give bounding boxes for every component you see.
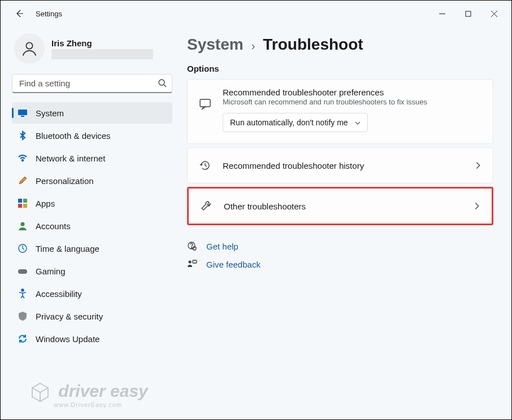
nav-label: Windows Update xyxy=(36,334,99,344)
breadcrumb-sep: › xyxy=(251,40,255,53)
close-button[interactable] xyxy=(481,5,507,23)
minimize-button[interactable] xyxy=(429,5,455,23)
shield-icon xyxy=(18,311,28,321)
svg-rect-8 xyxy=(21,116,24,117)
window-controls xyxy=(429,5,507,23)
update-icon xyxy=(18,334,28,344)
bluetooth-icon xyxy=(18,130,28,141)
titlebar: Settings xyxy=(1,1,511,27)
nav-item-accounts[interactable]: Accounts xyxy=(12,215,172,237)
svg-rect-13 xyxy=(23,204,27,208)
nav-label: Accounts xyxy=(36,221,71,231)
nav-item-accessibility[interactable]: Accessibility xyxy=(12,283,172,304)
feedback-text: Give feedback xyxy=(206,260,261,269)
accessibility-icon xyxy=(18,288,28,299)
window-title: Settings xyxy=(36,10,62,18)
nav-label: Network & internet xyxy=(36,154,105,163)
watermark: driver easy www.DriverEasy.com xyxy=(29,381,148,408)
breadcrumb: System › Troubleshoot xyxy=(187,36,493,54)
search-icon xyxy=(158,78,167,88)
svg-rect-7 xyxy=(18,110,27,115)
nav-label: Bluetooth & devices xyxy=(36,131,111,141)
chevron-down-icon xyxy=(355,120,361,126)
minimize-icon xyxy=(439,11,445,17)
profile-email-redacted xyxy=(51,49,153,59)
nav-item-apps[interactable]: Apps xyxy=(12,193,172,214)
display-icon xyxy=(18,108,28,118)
nav-item-time[interactable]: Time & language xyxy=(12,238,172,259)
nav-label: Privacy & security xyxy=(36,312,103,321)
pref-title: Recommended troubleshooter preferences xyxy=(223,88,483,97)
nav-item-update[interactable]: Windows Update xyxy=(12,328,172,349)
give-feedback-link[interactable]: Give feedback xyxy=(187,259,493,269)
pref-subtitle: Microsoft can recommend and run troubles… xyxy=(223,98,483,106)
nav-label: Apps xyxy=(36,199,55,208)
pref-dropdown[interactable]: Run automatically, don't notify me xyxy=(223,113,368,132)
gamepad-icon xyxy=(18,266,28,276)
maximize-button[interactable] xyxy=(455,5,481,23)
help-text: Get help xyxy=(206,242,238,251)
close-icon xyxy=(491,11,497,17)
profile-block[interactable]: Iris Zheng xyxy=(12,30,172,69)
chevron-right-icon xyxy=(474,161,483,170)
other-title: Other troubleshooters xyxy=(224,202,472,211)
accounts-icon xyxy=(18,221,28,231)
svg-point-17 xyxy=(21,289,24,291)
svg-point-14 xyxy=(21,222,25,226)
search-input[interactable] xyxy=(12,74,172,93)
svg-point-5 xyxy=(159,80,164,85)
dropdown-value: Run automatically, don't notify me xyxy=(230,118,348,127)
svg-rect-16 xyxy=(18,269,27,274)
search-wrap xyxy=(12,74,172,93)
wrench-icon xyxy=(199,199,214,213)
clock-globe-icon xyxy=(18,243,28,253)
help-icon xyxy=(187,241,197,251)
svg-line-6 xyxy=(164,85,166,87)
card-other-troubleshooters[interactable]: Other troubleshooters xyxy=(187,187,493,225)
nav-list: System Bluetooth & devices Network & int… xyxy=(12,102,172,349)
nav-item-system[interactable]: System xyxy=(12,102,172,124)
main-panel: System › Troubleshoot Options Recommende… xyxy=(177,27,505,349)
svg-rect-10 xyxy=(18,199,22,203)
cube-icon xyxy=(29,381,51,404)
svg-rect-18 xyxy=(200,99,210,107)
brush-icon xyxy=(18,176,28,186)
nav-item-gaming[interactable]: Gaming xyxy=(12,260,172,282)
nav-item-network[interactable]: Network & internet xyxy=(12,147,172,169)
svg-point-22 xyxy=(189,261,192,264)
nav-label: System xyxy=(36,108,64,118)
chat-icon xyxy=(198,97,212,111)
history-icon xyxy=(198,158,212,173)
nav-label: Accessibility xyxy=(36,289,82,299)
nav-label: Time & language xyxy=(36,244,99,253)
sidebar: Iris Zheng System Bluetooth & devices Ne… xyxy=(7,27,177,349)
nav-item-privacy[interactable]: Privacy & security xyxy=(12,305,172,327)
chevron-right-icon xyxy=(472,202,481,211)
breadcrumb-parent[interactable]: System xyxy=(187,36,244,54)
card-recommended-history[interactable]: Recommended troubleshooter history xyxy=(187,147,493,183)
nav-item-bluetooth[interactable]: Bluetooth & devices xyxy=(12,125,172,146)
get-help-link[interactable]: Get help xyxy=(187,241,493,251)
profile-name: Iris Zheng xyxy=(51,38,153,48)
svg-rect-12 xyxy=(18,204,22,208)
person-icon xyxy=(21,40,38,57)
svg-point-20 xyxy=(191,247,192,248)
nav-item-personalization[interactable]: Personalization xyxy=(12,170,172,191)
section-heading: Options xyxy=(187,64,493,73)
svg-point-4 xyxy=(26,42,32,49)
watermark-brand: driver easy xyxy=(58,382,147,400)
svg-point-9 xyxy=(22,160,23,161)
avatar xyxy=(14,33,45,64)
nav-label: Personalization xyxy=(36,176,94,186)
feedback-icon xyxy=(187,259,197,269)
card-recommended-preferences: Recommended troubleshooter preferences M… xyxy=(187,79,493,144)
back-button[interactable] xyxy=(10,4,29,23)
maximize-icon xyxy=(465,11,471,17)
breadcrumb-current: Troubleshoot xyxy=(263,36,363,54)
apps-icon xyxy=(18,198,28,208)
nav-label: Gaming xyxy=(36,266,66,276)
history-title: Recommended troubleshooter history xyxy=(223,161,474,170)
svg-rect-23 xyxy=(193,260,197,263)
arrow-left-icon xyxy=(15,9,24,18)
svg-rect-1 xyxy=(466,11,471,16)
